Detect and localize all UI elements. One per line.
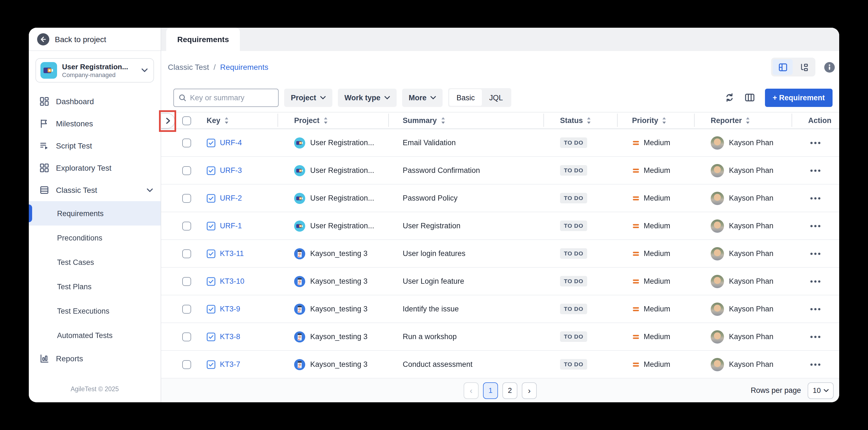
row-actions-button[interactable] bbox=[808, 140, 823, 146]
page-1-button[interactable]: 1 bbox=[483, 382, 498, 399]
jql-mode-button[interactable]: JQL bbox=[482, 89, 510, 106]
sidebar-item-reports[interactable]: Reports bbox=[29, 347, 161, 370]
requirement-key-link[interactable]: URF-3 bbox=[220, 166, 242, 175]
column-header-status[interactable]: Status bbox=[544, 113, 617, 128]
columns-button[interactable] bbox=[744, 93, 755, 102]
row-checkbox[interactable] bbox=[182, 166, 191, 175]
sort-icon[interactable] bbox=[746, 117, 750, 124]
sort-icon[interactable] bbox=[662, 117, 666, 124]
sidebar-item-requirements[interactable]: Requirements bbox=[29, 201, 161, 225]
sidebar-item-script-test[interactable]: Script Test bbox=[29, 135, 161, 157]
column-header-key[interactable]: Key bbox=[195, 113, 278, 128]
add-requirement-button[interactable]: + Requirement bbox=[765, 88, 833, 107]
row-actions-button[interactable] bbox=[808, 222, 823, 229]
table-row[interactable]: URF-3 User Registration... Password Conf… bbox=[161, 157, 839, 185]
sidebar-item-test-plans[interactable]: Test Plans bbox=[29, 274, 161, 299]
column-header-priority[interactable]: Priority bbox=[617, 113, 694, 128]
row-actions-button[interactable] bbox=[808, 306, 823, 312]
info-button[interactable] bbox=[824, 62, 835, 72]
rows-per-page-select[interactable]: 10 bbox=[808, 382, 834, 399]
row-checkbox[interactable] bbox=[182, 332, 191, 341]
more-filter-button[interactable]: More bbox=[402, 88, 443, 107]
priority-cell: Medium bbox=[617, 351, 694, 378]
requirement-key-link[interactable]: URF-4 bbox=[220, 139, 242, 147]
refresh-button[interactable] bbox=[724, 93, 735, 102]
basic-mode-button[interactable]: Basic bbox=[449, 89, 482, 106]
next-page-button[interactable]: › bbox=[522, 382, 537, 399]
row-actions-button[interactable] bbox=[808, 195, 823, 202]
row-actions-button[interactable] bbox=[808, 167, 823, 174]
breadcrumb-parent-link[interactable]: Classic Test bbox=[168, 63, 209, 71]
requirement-key-link[interactable]: KT3-7 bbox=[220, 360, 240, 368]
list-view-button[interactable] bbox=[773, 59, 793, 75]
chevron-down-icon bbox=[147, 188, 153, 192]
requirement-key-link[interactable]: URF-1 bbox=[220, 222, 242, 230]
breadcrumb-current-link[interactable]: Requirements bbox=[220, 63, 268, 71]
row-checkbox[interactable] bbox=[182, 360, 191, 369]
column-header-project[interactable]: Project bbox=[278, 113, 388, 128]
expand-panel-button[interactable] bbox=[161, 113, 175, 128]
sort-icon[interactable] bbox=[323, 117, 328, 124]
table-row[interactable]: URF-1 User Registration... User Registra… bbox=[161, 212, 839, 240]
requirement-key-link[interactable]: KT3-10 bbox=[220, 277, 245, 285]
status-cell: TO DO bbox=[544, 351, 617, 378]
row-checkbox[interactable] bbox=[182, 277, 191, 286]
table-row[interactable]: KT3-9 Kayson_testing 3 Identify the issu… bbox=[161, 295, 839, 323]
row-checkbox[interactable] bbox=[182, 138, 191, 147]
row-actions-button[interactable] bbox=[808, 361, 823, 368]
reporter-name: Kayson Phan bbox=[729, 305, 774, 313]
column-header-summary[interactable]: Summary bbox=[388, 113, 544, 128]
row-actions-button[interactable] bbox=[808, 333, 823, 340]
requirement-key-link[interactable]: KT3-11 bbox=[220, 249, 244, 258]
sidebar-item-classic-test[interactable]: Classic Test bbox=[29, 179, 161, 201]
row-actions-button[interactable] bbox=[808, 278, 823, 284]
action-cell bbox=[792, 212, 833, 239]
sidebar-item-exploratory-test[interactable]: Exploratory Test bbox=[29, 157, 161, 179]
table-row[interactable]: KT3-7 Kayson_testing 3 Conduct assessmen… bbox=[161, 351, 839, 378]
row-checkbox[interactable] bbox=[182, 305, 191, 313]
table-row[interactable]: URF-4 User Registration... Email Validat… bbox=[161, 129, 839, 157]
project-cell: Kayson_testing 3 bbox=[278, 323, 388, 350]
reporter-name: Kayson Phan bbox=[729, 333, 774, 341]
key-cell: KT3-11 bbox=[195, 240, 278, 267]
sidebar-item-test-executions[interactable]: Test Executions bbox=[29, 299, 161, 323]
row-checkbox[interactable] bbox=[182, 249, 191, 258]
project-filter-button[interactable]: Project bbox=[284, 88, 332, 107]
reporter-avatar bbox=[711, 191, 724, 205]
row-actions-button[interactable] bbox=[808, 250, 823, 257]
sidebar-item-test-cases[interactable]: Test Cases bbox=[29, 250, 161, 274]
search-input[interactable] bbox=[190, 93, 274, 102]
sort-icon[interactable] bbox=[587, 117, 591, 124]
sidebar-item-milestones[interactable]: Milestones bbox=[29, 113, 161, 135]
table-row[interactable]: URF-2 User Registration... Password Poli… bbox=[161, 185, 839, 212]
sidebar-item-automated-tests[interactable]: Automated Tests bbox=[29, 323, 161, 347]
table-row[interactable]: KT3-11 Kayson_testing 3 User login featu… bbox=[161, 240, 839, 268]
requirement-key-link[interactable]: KT3-9 bbox=[220, 305, 240, 313]
action-cell bbox=[792, 323, 833, 350]
page-2-button[interactable]: 2 bbox=[502, 382, 517, 399]
sidebar: Back to project User Registration... Com… bbox=[29, 28, 161, 402]
work-type-filter-button[interactable]: Work type bbox=[338, 88, 397, 107]
project-selector[interactable]: User Registration... Company-managed bbox=[35, 58, 154, 83]
back-to-project[interactable]: Back to project bbox=[29, 28, 161, 51]
chevron-right-icon: › bbox=[528, 386, 531, 395]
search-icon bbox=[178, 93, 187, 102]
table-row[interactable]: KT3-8 Kayson_testing 3 Run a workshop TO… bbox=[161, 323, 839, 351]
tab-requirements[interactable]: Requirements bbox=[166, 28, 240, 51]
reporter-name: Kayson Phan bbox=[729, 277, 774, 285]
back-arrow-icon[interactable] bbox=[37, 33, 49, 45]
sidebar-item-dashboard[interactable]: Dashboard bbox=[29, 90, 161, 113]
requirement-key-link[interactable]: URF-2 bbox=[220, 194, 242, 202]
table-row[interactable]: KT3-10 Kayson_testing 3 User Login featu… bbox=[161, 268, 839, 295]
sort-icon[interactable] bbox=[224, 117, 229, 124]
row-checkbox[interactable] bbox=[182, 221, 191, 230]
sidebar-item-preconditions[interactable]: Preconditions bbox=[29, 225, 161, 250]
previous-page-button[interactable]: ‹ bbox=[464, 382, 478, 399]
requirement-key-link[interactable]: KT3-8 bbox=[220, 333, 240, 341]
status-badge: TO DO bbox=[560, 276, 587, 286]
column-header-reporter[interactable]: Reporter bbox=[694, 113, 792, 128]
sort-icon[interactable] bbox=[441, 117, 445, 124]
select-all-checkbox[interactable] bbox=[182, 116, 191, 125]
tree-view-button[interactable] bbox=[794, 59, 814, 75]
row-checkbox[interactable] bbox=[182, 194, 191, 203]
